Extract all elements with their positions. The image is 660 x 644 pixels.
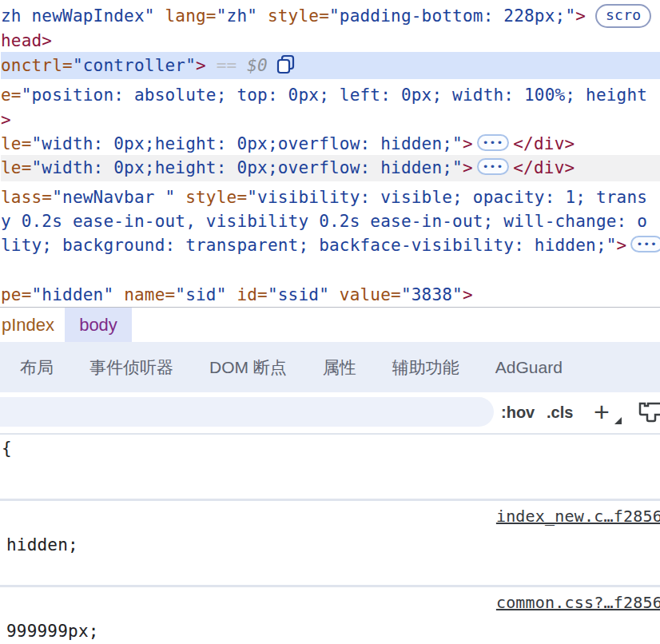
css-declaration[interactable]: hidden; [6, 535, 78, 555]
code-token: "width: 0px;height: 0px;overflow: hidden… [32, 134, 463, 153]
sidebar-tab[interactable]: 属性 [323, 356, 356, 379]
expand-children-badge[interactable]: ••• [477, 134, 509, 151]
code-token: "zh" [217, 6, 257, 26]
code-token: "newNavbar " [52, 188, 175, 207]
new-style-rule-button[interactable]: + [594, 392, 610, 433]
code-token: "hidden" [32, 285, 114, 304]
code-token: > [463, 158, 473, 177]
code-token: lang= [165, 6, 217, 26]
code-token: "width: 0px;height: 0px;overflow: hidden… [32, 158, 463, 177]
styles-pane: { index_new.c…f2856 hidden; common.css?…… [0, 433, 660, 644]
styles-toolbar: :hov .cls + [0, 392, 660, 433]
expand-children-badge[interactable]: ••• [477, 158, 509, 175]
element-classes-button[interactable]: .cls [547, 392, 573, 433]
dom-tree-row[interactable]: head> [1, 29, 660, 53]
code-token: value= [340, 285, 401, 304]
dom-tree-row[interactable]: le="width: 0px;height: 0px;overflow: hid… [1, 155, 660, 181]
code-token: style= [268, 6, 329, 26]
sidebar-tab[interactable]: 布局 [20, 356, 54, 379]
dom-tree-row[interactable]: zh newWapIndex" lang="zh" style="padding… [1, 4, 660, 28]
dom-tree-row[interactable]: > [1, 259, 660, 283]
new-style-rule-dropdown-corner[interactable] [614, 417, 622, 424]
dom-tree-row[interactable]: lass="newNavbar " style="visibility: vis… [1, 185, 660, 209]
dom-tree: zh newWapIndex" lang="zh" style="padding… [0, 0, 660, 307]
code-token [227, 285, 237, 304]
code-token: > [196, 56, 206, 75]
dom-tree-row[interactable]: pe="hidden" name="sid" id="ssid" value="… [1, 283, 660, 307]
code-token: > [463, 134, 473, 153]
code-token: le= [1, 134, 32, 153]
sidebar-tab[interactable]: DOM 断点 [209, 356, 287, 379]
code-token: > [1, 110, 11, 129]
rule-divider [0, 499, 660, 501]
code-token: lity; background: transparent; backface-… [1, 236, 617, 255]
code-token: "ssid" [268, 285, 329, 304]
rule-divider [0, 585, 660, 587]
code-token: "controller" [73, 56, 196, 75]
breadcrumb-item-body[interactable]: body [65, 308, 132, 343]
code-token [155, 6, 165, 26]
code-token: name= [124, 285, 175, 304]
code-token: > [463, 285, 473, 304]
expand-children-badge[interactable]: ••• [630, 236, 660, 252]
code-token: onctrl= [1, 56, 73, 75]
sidebar-tab[interactable]: 辅助功能 [392, 356, 459, 379]
code-token: </div> [513, 134, 575, 153]
code-token: pe= [1, 285, 32, 304]
code-token: "position: absolute; top: 0px; left: 0px… [22, 85, 647, 105]
dom-tree-row[interactable]: y 0.2s ease-in-out, visibility 0.2s ease… [1, 209, 660, 233]
code-token: e= [1, 85, 22, 105]
element-style-open-brace: { [2, 439, 12, 458]
scroll-badge[interactable]: scro [595, 4, 651, 28]
code-token: </div> [513, 158, 575, 177]
code-token: "visibility: visible; opacity: 1; trans [247, 188, 647, 207]
sidebar-tab[interactable]: AdGuard [495, 358, 563, 377]
css-declaration[interactable]: 999999px; [6, 622, 99, 641]
breadcrumb-item-html[interactable]: pIndex [2, 308, 54, 343]
style-filter-input[interactable] [0, 397, 494, 427]
code-token: head> [1, 31, 52, 50]
code-token: "3838" [401, 285, 463, 304]
code-token: $0 [247, 56, 268, 75]
dom-tree-row[interactable]: onctrl="controller"> == $0 [1, 52, 660, 79]
code-token: style= [185, 188, 247, 207]
code-token: == [206, 56, 247, 75]
rule-divider [0, 433, 660, 435]
code-token: > [617, 236, 627, 255]
code-token: lass= [1, 188, 52, 207]
code-token: id= [237, 285, 268, 304]
code-token: zh newWapIndex" [1, 6, 155, 26]
code-token [329, 285, 340, 304]
code-token: le= [1, 158, 32, 177]
dom-tree-row[interactable]: le="width: 0px;height: 0px;overflow: hid… [1, 132, 660, 156]
code-token: y 0.2s ease-in-out, visibility 0.2s ease… [1, 212, 647, 231]
dom-tree-row[interactable]: e="position: absolute; top: 0px; left: 0… [1, 83, 660, 107]
code-token [113, 285, 124, 304]
dom-tree-row[interactable]: lity; background: transparent; backface-… [1, 233, 660, 257]
paint-brush-icon[interactable] [638, 400, 660, 426]
toggle-element-state-button[interactable]: :hov [501, 392, 535, 433]
dom-tree-row[interactable]: > [1, 108, 660, 132]
devtools-elements-panel: zh newWapIndex" lang="zh" style="padding… [0, 0, 660, 644]
code-token: > [575, 6, 586, 26]
copy-element-icon[interactable] [276, 54, 296, 82]
code-token [175, 188, 185, 207]
breadcrumb: pIndex body [0, 307, 660, 343]
sidebar-tab-strip: 布局事件侦听器DOM 断点属性辅助功能AdGuard [0, 342, 660, 392]
code-token [257, 6, 268, 26]
stylesheet-link[interactable]: index_new.c…f2856 [496, 507, 660, 526]
stylesheet-link[interactable]: common.css?…f2856 [496, 593, 660, 612]
code-token: "padding-bottom: 228px;" [329, 6, 575, 26]
code-token: "sid" [175, 285, 226, 304]
sidebar-tab[interactable]: 事件侦听器 [89, 356, 173, 379]
